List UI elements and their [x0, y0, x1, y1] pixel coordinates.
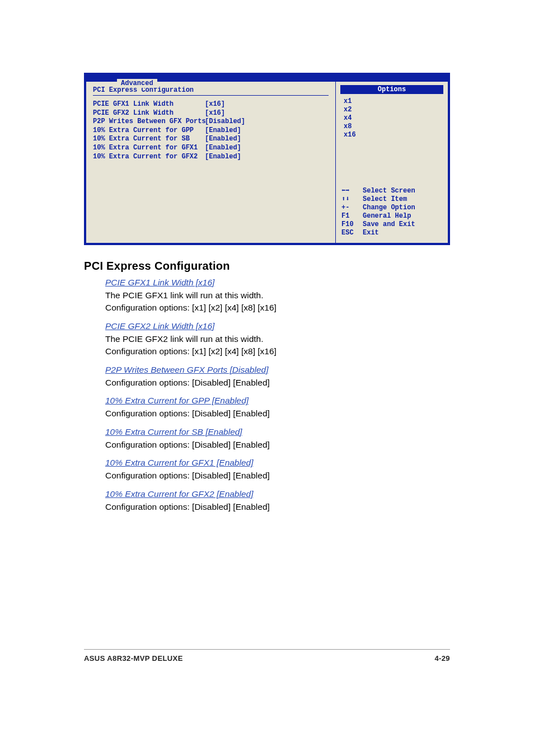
bios-setting-value: [Enabled] — [205, 126, 241, 135]
bios-keyhelp-text: Change Option — [363, 204, 415, 212]
bios-setting-value: [Disabled] — [205, 118, 245, 126]
bios-keyhelp-row: F10Save and Exit — [341, 220, 443, 229]
config-item-desc: Configuration options: [x1] [x2] [x4] [x… — [105, 302, 450, 314]
bios-keyhelp-key: ⬆⬇ — [341, 195, 363, 204]
config-item-desc: Configuration options: [x1] [x2] [x4] [x… — [105, 345, 450, 358]
bios-keyhelp-row: +-Change Option — [341, 204, 443, 212]
bios-setting-label: PCIE GFX2 Link Width — [93, 109, 205, 118]
bios-keyhelp-row: ESCExit — [341, 229, 443, 237]
config-item: 10% Extra Current for GFX1 [Enabled]Conf… — [105, 456, 450, 483]
bios-option-item: x4 — [344, 114, 443, 123]
bios-options-title: Options — [340, 85, 443, 94]
bios-keyhelp-key: F1 — [341, 212, 363, 220]
config-item-desc: Configuration options: [Disabled] [Enabl… — [105, 469, 450, 482]
footer-page-number: 4-29 — [434, 654, 450, 663]
bios-setting-value: [Enabled] — [205, 144, 241, 153]
bios-option-item: x16 — [344, 131, 443, 139]
bios-option-item: x8 — [344, 123, 443, 131]
bios-keyhelp-key: ESC — [341, 229, 363, 237]
footer-product: ASUS A8R32-MVP DELUXE — [84, 654, 183, 663]
bios-setting-label: 10% Extra Current for GFX1 — [93, 144, 205, 153]
page-footer: ASUS A8R32-MVP DELUXE 4-29 — [84, 649, 450, 663]
bios-setting-row: 10% Extra Current for GFX1[Enabled] — [93, 144, 329, 153]
bios-keyhelp: ⬅➡Select Screen⬆⬇Select Item+-Change Opt… — [341, 187, 443, 237]
bios-keyhelp-text: Exit — [363, 229, 379, 237]
config-item: PCIE GFX1 Link Width [x16]The PCIE GFX1 … — [105, 276, 450, 316]
bios-keyhelp-text: Select Screen — [363, 187, 415, 195]
bios-keyhelp-row: F1General Help — [341, 212, 443, 220]
bios-keyhelp-row: ⬆⬇Select Item — [341, 195, 443, 204]
bios-keyhelp-key: +- — [341, 204, 363, 212]
bios-setting-row: 10% Extra Current for GPP[Enabled] — [93, 126, 329, 135]
bios-setting-row: 10% Extra Current for SB[Enabled] — [93, 135, 329, 144]
bios-keyhelp-text: General Help — [363, 212, 411, 220]
config-item-desc: Configuration options: [Disabled] [Enabl… — [105, 407, 450, 420]
section-heading: PCI Express Configuration — [84, 260, 450, 273]
bios-keyhelp-key: ⬅➡ — [341, 187, 363, 195]
bios-setting-row: PCIE GFX1 Link Width[x16] — [93, 100, 329, 109]
bios-keyhelp-key: F10 — [341, 220, 363, 229]
bios-setting-row: P2P Writes Between GFX Ports[Disabled] — [93, 118, 329, 126]
config-item-title: PCIE GFX1 Link Width [x16] — [105, 276, 450, 289]
bios-tab-advanced: Advanced — [117, 79, 157, 88]
config-item-title: 10% Extra Current for GFX1 [Enabled] — [105, 456, 450, 469]
bios-screenshot: Advanced PCI Express Configuration PCIE … — [84, 73, 450, 245]
config-item: 10% Extra Current for GFX2 [Enabled]Conf… — [105, 487, 450, 515]
config-item-title: P2P Writes Between GFX Ports [Disabled] — [105, 363, 450, 377]
bios-keyhelp-row: ⬅➡Select Screen — [341, 187, 443, 195]
bios-keyhelp-text: Save and Exit — [363, 220, 415, 229]
bios-setting-label: 10% Extra Current for SB — [93, 135, 205, 144]
config-item: PCIE GFX2 Link Width [x16]The PCIE GFX2 … — [105, 320, 450, 360]
config-item-title: 10% Extra Current for GFX2 [Enabled] — [105, 487, 450, 501]
config-item: 10% Extra Current for SB [Enabled]Config… — [105, 425, 450, 453]
bios-side-panel: Options x1x2x4x8x16 ⬅➡Select Screen⬆⬇Sel… — [336, 82, 448, 243]
bios-options-list: x1x2x4x8x16 — [344, 97, 443, 165]
bios-setting-value: [Enabled] — [205, 135, 241, 144]
bios-setting-label: PCIE GFX1 Link Width — [93, 100, 205, 109]
bios-setting-row: PCIE GFX2 Link Width[x16] — [93, 109, 329, 118]
config-item-desc: Configuration options: [Disabled] [Enabl… — [105, 377, 450, 389]
bios-setting-value: [x16] — [205, 100, 225, 109]
bios-settings-list: PCIE GFX1 Link Width[x16]PCIE GFX2 Link … — [93, 100, 329, 161]
config-item: 10% Extra Current for GPP [Enabled]Confi… — [105, 394, 450, 421]
bios-setting-row: 10% Extra Current for GFX2[Enabled] — [93, 153, 329, 162]
config-item-desc: Configuration options: [Disabled] [Enabl… — [105, 501, 450, 513]
config-item-desc: The PCIE GFX2 link will run at this widt… — [105, 333, 450, 345]
bios-keyhelp-text: Select Item — [363, 195, 407, 204]
bios-setting-label: P2P Writes Between GFX Ports — [93, 118, 205, 126]
config-item-title: 10% Extra Current for GPP [Enabled] — [105, 394, 450, 407]
config-item-title: PCIE GFX2 Link Width [x16] — [105, 320, 450, 333]
config-item-desc: Configuration options: [Disabled] [Enabl… — [105, 439, 450, 451]
config-item-desc: The PCIE GFX1 link will run at this widt… — [105, 289, 450, 302]
bios-setting-label: 10% Extra Current for GFX2 — [93, 153, 205, 162]
config-item: P2P Writes Between GFX Ports [Disabled]C… — [105, 363, 450, 391]
bios-main-panel: PCI Express Configuration PCIE GFX1 Link… — [86, 82, 336, 243]
bios-option-item: x2 — [344, 106, 443, 114]
bios-option-item: x1 — [344, 97, 443, 106]
bios-setting-value: [Enabled] — [205, 153, 241, 162]
bios-setting-value: [x16] — [205, 109, 225, 118]
config-item-title: 10% Extra Current for SB [Enabled] — [105, 425, 450, 439]
bios-setting-label: 10% Extra Current for GPP — [93, 126, 205, 135]
